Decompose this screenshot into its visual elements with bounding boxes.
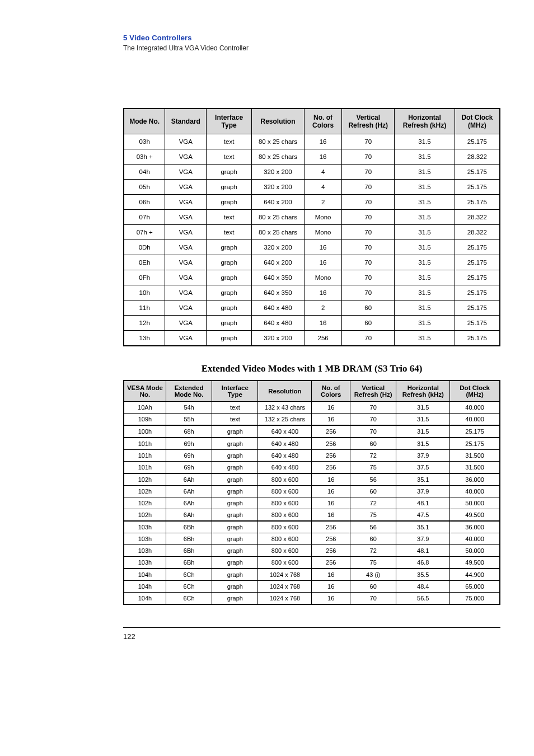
- table-cell: 10h: [124, 285, 165, 300]
- table-cell: 6Ah: [166, 509, 212, 522]
- table-cell: 31.5: [395, 316, 455, 331]
- table-cell: VGA: [165, 240, 207, 255]
- col-header: VESA Mode No.: [124, 381, 166, 402]
- table-cell: 320 x 200: [251, 240, 304, 255]
- table-cell: 1024 x 768: [258, 569, 312, 581]
- table-cell: 36.000: [450, 521, 500, 533]
- table-cell: 70: [342, 270, 395, 285]
- table-cell: 101h: [124, 438, 166, 450]
- table-cell: graph: [212, 450, 258, 462]
- table-cell: 640 x 480: [258, 450, 312, 462]
- table-cell: 05h: [124, 180, 165, 195]
- table-cell: VGA: [165, 195, 207, 210]
- table-cell: 6Ah: [166, 486, 212, 497]
- table-cell: 25.175: [455, 165, 500, 180]
- table-row: 0EhVGAgraph640 x 200167031.525.175: [124, 255, 500, 270]
- table-cell: 48.4: [396, 581, 450, 593]
- table-cell: 6Bh: [166, 521, 212, 533]
- table-row: 10Ah54htext132 x 43 chars167031.540.000: [124, 402, 500, 414]
- table-row: 04hVGAgraph320 x 20047031.525.175: [124, 165, 500, 180]
- table-cell: 132 x 43 chars: [258, 402, 312, 414]
- table-cell: 2: [305, 300, 342, 316]
- table-cell: 800 x 600: [258, 521, 312, 533]
- table-cell: 70: [342, 240, 395, 255]
- table-cell: graph: [207, 300, 252, 316]
- col-header: Mode No.: [124, 109, 165, 134]
- table-cell: 25.175: [455, 180, 500, 195]
- table-cell: 68h: [166, 425, 212, 438]
- extended-video-modes-table: VESA Mode No. Extended Mode No. Interfac…: [123, 380, 500, 605]
- table-cell: 37.5: [396, 462, 450, 474]
- table-cell: 25.175: [450, 438, 500, 450]
- table-cell: 31.5: [395, 149, 455, 165]
- table-cell: 25.175: [455, 331, 500, 346]
- table-cell: 104h: [124, 581, 166, 593]
- table-cell: 70: [342, 210, 395, 225]
- table-cell: graph: [212, 581, 258, 593]
- table-cell: 256: [312, 462, 350, 474]
- chapter-subtitle: The Integrated Ultra VGA Video Controlle…: [123, 44, 500, 52]
- table-cell: 16: [305, 134, 342, 149]
- table-cell: 25.175: [455, 195, 500, 210]
- table-cell: graph: [212, 557, 258, 569]
- table-cell: 60: [342, 316, 395, 331]
- table-cell: text: [207, 210, 252, 225]
- page-footer: 122: [123, 627, 500, 641]
- table-cell: text: [207, 225, 252, 240]
- table-cell: 6Bh: [166, 557, 212, 569]
- table-cell: 800 x 600: [258, 486, 312, 497]
- table-cell: 2: [305, 195, 342, 210]
- table-cell: 55h: [166, 414, 212, 426]
- table-cell: 25.175: [455, 316, 500, 331]
- table-cell: 25.175: [455, 270, 500, 285]
- table-row: 102h6Ahgraph800 x 600166037.940.000: [124, 486, 500, 497]
- table-row: 101h69hgraph640 x 4802566031.525.175: [124, 438, 500, 450]
- table-cell: 101h: [124, 462, 166, 474]
- table-cell: 103h: [124, 557, 166, 569]
- table-cell: 49.500: [450, 557, 500, 569]
- table-row: 103h6Bhgraph800 x 6002565635.136.000: [124, 521, 500, 533]
- table-cell: 31.5: [395, 285, 455, 300]
- table-cell: 800 x 600: [258, 509, 312, 522]
- table-row: 07h +VGAtext80 x 25 charsMono7031.528.32…: [124, 225, 500, 240]
- table-cell: 31.5: [395, 210, 455, 225]
- table-cell: graph: [207, 195, 252, 210]
- table-cell: 0Fh: [124, 270, 165, 285]
- table-cell: 56: [350, 521, 396, 533]
- table-cell: VGA: [165, 149, 207, 165]
- table-cell: 80 x 25 chars: [251, 134, 304, 149]
- table-cell: 16: [312, 402, 350, 414]
- table-cell: 4: [305, 180, 342, 195]
- table-cell: 28.322: [455, 210, 500, 225]
- table-cell: 0Eh: [124, 255, 165, 270]
- table-cell: text: [207, 134, 252, 149]
- table-cell: 25.175: [455, 134, 500, 149]
- table-cell: 104h: [124, 593, 166, 605]
- table-cell: graph: [212, 497, 258, 509]
- table-cell: 31.5: [395, 225, 455, 240]
- table-cell: graph: [212, 545, 258, 557]
- table-cell: graph: [207, 331, 252, 346]
- table-cell: graph: [212, 462, 258, 474]
- table-cell: graph: [212, 521, 258, 533]
- table-cell: 16: [305, 240, 342, 255]
- col-header: No. of Colors: [312, 381, 350, 402]
- chapter-title: 5 Video Controllers: [123, 34, 500, 42]
- table-row: 104h6Chgraph1024 x 7681643 (i)35.544.900: [124, 569, 500, 581]
- table-cell: 35.1: [396, 473, 450, 486]
- table-cell: 07h +: [124, 225, 165, 240]
- table-cell: graph: [212, 509, 258, 522]
- table-cell: 101h: [124, 450, 166, 462]
- table-row: 102h6Ahgraph800 x 600167248.150.000: [124, 497, 500, 509]
- table-cell: 35.5: [396, 569, 450, 581]
- table-header-row: VESA Mode No. Extended Mode No. Interfac…: [124, 381, 500, 402]
- table-row: 102h6Ahgraph800 x 600167547.549.500: [124, 509, 500, 522]
- table-cell: 256: [312, 545, 350, 557]
- table-cell: 28.322: [455, 149, 500, 165]
- table-row: 03hVGAtext80 x 25 chars167031.525.175: [124, 134, 500, 149]
- table-cell: 16: [305, 149, 342, 165]
- table-cell: 102h: [124, 509, 166, 522]
- table-cell: text: [207, 149, 252, 165]
- table-cell: 70: [342, 225, 395, 240]
- table-cell: 256: [305, 331, 342, 346]
